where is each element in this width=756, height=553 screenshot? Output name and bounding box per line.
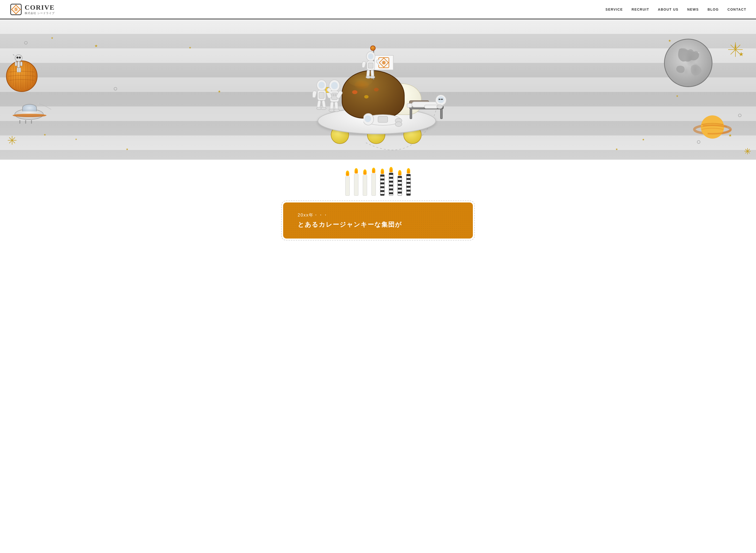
logo-area[interactable]: S CORIVE 株式会社 シードライブ <box>10 3 55 16</box>
nav-about-us[interactable]: ABOUT US <box>658 7 679 11</box>
svg-rect-80 <box>410 109 412 119</box>
candle-2 <box>354 168 358 196</box>
candle-flame <box>381 169 384 174</box>
candles-row <box>345 167 411 196</box>
logo-icon: S <box>10 3 22 16</box>
candle-body <box>363 175 367 196</box>
orange-box-section: 20xx年・・・ とあるカレージャンキーな集団が <box>0 198 756 245</box>
star-decoration: ★ <box>189 46 192 49</box>
candle-3 <box>363 169 367 196</box>
svg-point-77 <box>395 122 402 127</box>
ufo-illustration <box>14 109 44 124</box>
site-header: S CORIVE 株式会社 シードライブ SERVICE RECRUIT ABO… <box>0 0 756 19</box>
svg-point-61 <box>321 107 326 109</box>
plate-illustration: S <box>293 26 463 157</box>
logo-text-container: CORIVE 株式会社 シードライブ <box>25 4 55 15</box>
svg-point-90 <box>437 105 443 108</box>
alien-figure <box>13 55 25 76</box>
candle-flame <box>389 167 393 172</box>
candle-flame <box>363 169 367 175</box>
svg-point-17 <box>15 55 22 62</box>
candle-flame <box>407 168 410 173</box>
svg-text:S: S <box>15 7 17 11</box>
candle-flame <box>372 168 375 173</box>
star-decoration: ★ <box>75 138 77 141</box>
candle-body <box>345 176 350 196</box>
svg-rect-87 <box>441 99 443 100</box>
svg-point-51 <box>334 109 339 112</box>
dot-decoration <box>738 114 742 117</box>
astronaut-3 <box>362 51 379 81</box>
star-decoration: ★ <box>642 138 645 141</box>
svg-point-28 <box>666 41 712 87</box>
svg-rect-43 <box>335 94 336 96</box>
svg-rect-21 <box>15 62 17 66</box>
svg-rect-86 <box>439 99 440 100</box>
svg-rect-42 <box>332 94 334 96</box>
star-decoration: ★ <box>44 133 46 137</box>
svg-rect-65 <box>368 63 373 68</box>
star-decoration: ★ <box>676 94 679 98</box>
candle-5 <box>380 169 385 196</box>
candle-body <box>406 174 411 196</box>
orange-box-text1: 20xx年・・・ <box>298 212 458 218</box>
candles-section <box>0 160 756 198</box>
svg-point-85 <box>438 96 444 103</box>
svg-point-53 <box>318 82 325 88</box>
svg-rect-56 <box>326 87 331 94</box>
svg-rect-89 <box>425 105 438 108</box>
orange-box-inner: 20xx年・・・ とあるカレージャンキーな集団が <box>283 203 473 239</box>
orange-box-text2: とあるカレージャンキーな集団が <box>298 220 458 229</box>
svg-point-19 <box>19 57 21 59</box>
star-decoration: ★ <box>615 148 618 151</box>
dot-decoration <box>114 87 117 90</box>
nav-service[interactable]: SERVICE <box>605 7 623 11</box>
svg-point-74 <box>365 115 371 122</box>
star-decoration: ★ <box>218 89 221 93</box>
nav-contact[interactable]: CONTACT <box>728 7 746 11</box>
nav-recruit[interactable]: RECRUIT <box>631 7 649 11</box>
logo-title: CORIVE <box>25 4 55 11</box>
candle-6 <box>389 167 393 196</box>
candle-flame <box>355 168 358 173</box>
candle-flame <box>398 170 401 175</box>
svg-rect-23 <box>17 68 19 72</box>
sparkle-small <box>7 136 17 146</box>
star-decoration: ★ <box>126 148 129 151</box>
svg-rect-88 <box>407 103 412 107</box>
svg-rect-22 <box>20 62 22 66</box>
candle-flame <box>346 170 349 176</box>
main-nav: SERVICE RECRUIT ABOUT US NEWS BLOG CONTA… <box>605 7 746 11</box>
candle-8 <box>406 168 411 196</box>
earth-globe <box>664 39 712 87</box>
sparkle-small <box>744 148 751 156</box>
svg-rect-75 <box>378 116 388 123</box>
nav-blog[interactable]: BLOG <box>707 7 719 11</box>
svg-rect-66 <box>362 61 366 68</box>
svg-rect-81 <box>440 109 442 119</box>
svg-point-71 <box>370 76 375 78</box>
flag-ball <box>370 46 376 51</box>
svg-rect-20 <box>17 62 20 68</box>
svg-point-18 <box>16 57 18 59</box>
svg-rect-24 <box>19 68 21 72</box>
nav-news[interactable]: NEWS <box>687 7 699 11</box>
candle-1 <box>345 170 350 196</box>
logo-subtitle: 株式会社 シードライブ <box>25 11 55 15</box>
svg-text:S: S <box>383 61 385 65</box>
sparkle-burst <box>727 41 744 59</box>
candle-body <box>380 174 385 196</box>
svg-point-39 <box>331 82 338 89</box>
candle-body <box>354 174 358 196</box>
dot-decoration <box>24 41 27 45</box>
saturn-planet <box>693 114 732 144</box>
candle-body <box>371 173 376 196</box>
svg-point-30 <box>701 115 724 139</box>
hero-section: ★ ★ ★ ★ ★ ★ ★ ★ ★ ★ ★ ★ ★ <box>0 19 756 160</box>
svg-rect-67 <box>376 59 379 66</box>
svg-point-63 <box>368 54 373 59</box>
candle-4 <box>371 168 376 196</box>
svg-rect-57 <box>313 90 317 98</box>
star-decoration: ★ <box>51 36 54 40</box>
astronaut-2 <box>313 79 331 112</box>
